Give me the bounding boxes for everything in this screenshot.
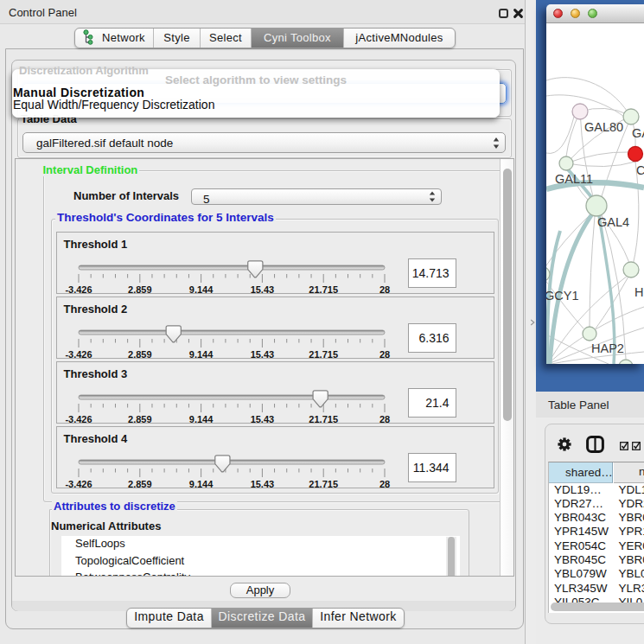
svg-text:GA: GA <box>632 126 644 140</box>
svg-text:GAL4: GAL4 <box>597 215 629 229</box>
svg-text:2.859: 2.859 <box>128 284 152 294</box>
svg-text:15.43: 15.43 <box>251 478 275 488</box>
svg-text:28: 28 <box>379 413 390 424</box>
svg-text:2.859: 2.859 <box>128 348 152 359</box>
svg-text:9.144: 9.144 <box>189 284 214 294</box>
svg-text:9.144: 9.144 <box>189 348 214 359</box>
svg-text:GAL80: GAL80 <box>584 120 623 134</box>
svg-text:2.859: 2.859 <box>128 413 152 424</box>
svg-text:GAL11: GAL11 <box>555 172 593 186</box>
svg-text:-3.426: -3.426 <box>65 478 92 488</box>
svg-text:-3.426: -3.426 <box>65 284 92 294</box>
svg-text:21.715: 21.715 <box>309 478 338 488</box>
svg-text:-3.426: -3.426 <box>65 348 92 359</box>
svg-text:15.43: 15.43 <box>251 284 275 294</box>
svg-text:-3.426: -3.426 <box>65 413 92 424</box>
svg-text:28: 28 <box>379 284 390 294</box>
svg-text:21.715: 21.715 <box>309 413 338 424</box>
svg-text:2.859: 2.859 <box>128 478 152 488</box>
svg-text:GCY1: GCY1 <box>546 289 579 303</box>
svg-text:9.144: 9.144 <box>189 413 214 424</box>
svg-text:C: C <box>636 163 644 177</box>
svg-text:HI: HI <box>634 285 644 299</box>
svg-text:15.43: 15.43 <box>251 348 275 359</box>
svg-text:21.715: 21.715 <box>309 284 338 294</box>
svg-text:28: 28 <box>379 348 390 359</box>
svg-text:15.43: 15.43 <box>251 413 275 424</box>
svg-text:9.144: 9.144 <box>189 478 214 488</box>
svg-text:21.715: 21.715 <box>309 348 338 359</box>
svg-text:28: 28 <box>379 478 390 488</box>
svg-text:HAP2: HAP2 <box>591 341 624 355</box>
